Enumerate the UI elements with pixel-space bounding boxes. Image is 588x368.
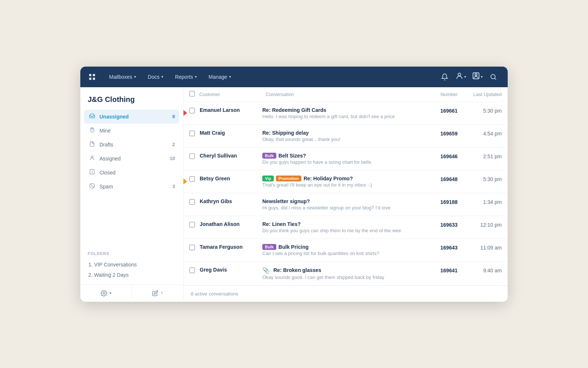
conv-updated: 5:30 pm	[458, 108, 502, 114]
customer-name: Greg Davis	[200, 267, 262, 273]
conv-subject: Re: Linen Ties?	[262, 221, 421, 227]
conv-updated: 9:40 am	[458, 268, 502, 273]
nav-docs[interactable]: Docs ▾	[143, 71, 168, 83]
table-row[interactable]: Greg Davis 📎 Re: Broken glasses Okay sou…	[183, 262, 508, 286]
assigned-label: Assigned	[99, 156, 121, 162]
sidebar-title: J&G Clothing	[80, 87, 183, 108]
top-nav: Mailboxes ▾ Docs ▾ Reports ▾ Manage ▾	[80, 67, 508, 87]
conv-number: 169661	[421, 108, 458, 114]
conv-updated: 11:09 am	[458, 245, 502, 251]
conv-updated: 1:34 pm	[458, 199, 502, 205]
search-button[interactable]	[486, 70, 500, 84]
conv-preview: Okay, that sounds great... thank you!	[262, 137, 421, 142]
row-checkbox-3[interactable]	[189, 153, 200, 160]
conv-subject: Newsletter signup?	[262, 198, 421, 204]
sidebar-item-spam[interactable]: Spam 3	[84, 180, 179, 194]
conv-updated: 4:54 pm	[458, 131, 502, 137]
assigned-badge: 10	[170, 156, 175, 161]
table-row[interactable]: Tamara Ferguson Bulk Bulk Pricing Can I …	[183, 239, 508, 262]
sidebar-item-assigned[interactable]: Assigned 10	[84, 152, 179, 166]
customer-name: Matt Craig	[200, 130, 262, 136]
table-row[interactable]: Emanuel Larson Re: Redeeming Gift Cards …	[183, 102, 508, 125]
conv-updated: 5:30 pm	[458, 176, 502, 182]
conv-body: Re: Shipping delay Okay, that sounds gre…	[262, 130, 421, 142]
sidebar-item-closed[interactable]: Closed	[84, 166, 179, 180]
folders-title: FOLDERS	[88, 251, 176, 256]
unassigned-label: Unassigned	[99, 114, 129, 120]
table-row[interactable]: Kathryn Gibs Newsletter signup? Hi guys,…	[183, 193, 508, 216]
conv-body: Vip Promotion Re: Holiday Promo? That's …	[262, 176, 421, 188]
row-checkbox-6[interactable]	[189, 222, 200, 229]
sidebar-nav: Unassigned 8 Mine	[80, 108, 183, 247]
conv-number: 169648	[421, 176, 458, 182]
sidebar-item-mine[interactable]: Mine	[84, 124, 179, 138]
row-checkbox-4[interactable]	[189, 176, 200, 183]
user-avatar-icon	[472, 72, 480, 82]
conv-list-header: Customer Conversation Number Last Update…	[183, 87, 508, 102]
row-checkbox-1[interactable]	[189, 108, 200, 115]
conv-number: 169659	[421, 131, 458, 137]
folder-waiting[interactable]: 2. Waiting 2 Days	[88, 270, 176, 280]
row-checkbox-2[interactable]	[189, 131, 200, 138]
nav-actions: ▾ ▾	[438, 70, 500, 84]
conv-preview: Do you think you guys can ship them to m…	[262, 228, 421, 233]
folder-vip[interactable]: 1. VIP Conversations	[88, 259, 176, 270]
sidebar-footer: ▾ +	[80, 284, 183, 302]
settings-button[interactable]: ▾	[80, 285, 132, 302]
row-checkbox-7[interactable]	[189, 245, 200, 252]
nav-reports[interactable]: Reports ▾	[170, 71, 202, 83]
drafts-badge: 2	[172, 142, 175, 147]
svg-point-3	[491, 74, 495, 79]
row-checkbox-5[interactable]	[189, 199, 200, 206]
team-avatar-button[interactable]: ▾	[453, 70, 468, 83]
unassigned-badge: 8	[172, 114, 175, 119]
compose-button[interactable]: +	[132, 285, 183, 302]
spam-label: Spam	[99, 184, 113, 190]
user-avatar-button[interactable]: ▾	[470, 70, 485, 83]
team-avatar-icon	[455, 72, 463, 82]
team-chevron-icon: ▾	[464, 75, 466, 79]
nav-logo[interactable]	[88, 72, 97, 81]
customer-name: Emanuel Larson	[200, 107, 262, 113]
select-all-checkbox[interactable]	[189, 91, 195, 98]
table-row[interactable]: Cheryl Sullivan Bulk Belt Sizes? Do you …	[183, 148, 508, 170]
conv-body: Re: Linen Ties? Do you think you guys ca…	[262, 221, 421, 233]
folders-section: FOLDERS 1. VIP Conversations 2. Waiting …	[80, 247, 183, 284]
flag-yellow-icon	[183, 178, 187, 184]
hand-icon	[88, 127, 96, 134]
conv-updated: 12:10 pm	[458, 222, 502, 228]
conv-subject: Bulk Belt Sizes?	[262, 153, 421, 159]
row-checkbox-8[interactable]	[189, 268, 200, 275]
notifications-button[interactable]	[438, 70, 452, 84]
conv-subject: Bulk Bulk Pricing	[262, 244, 421, 250]
conv-number: 169641	[421, 268, 458, 273]
svg-point-9	[103, 292, 105, 294]
promotion-tag: Promotion	[276, 176, 301, 181]
user-chevron-icon: ▾	[481, 75, 483, 79]
table-row[interactable]: Betsy Green Vip Promotion Re: Holiday Pr…	[183, 170, 508, 193]
col-updated-header: Last Updated	[458, 92, 502, 97]
flag-red-icon	[183, 110, 187, 116]
reports-chevron-icon: ▾	[195, 75, 197, 79]
conv-body: Bulk Bulk Pricing Can I see a pricing li…	[262, 244, 421, 256]
conv-subject: 📎 Re: Broken glasses	[262, 267, 421, 274]
customer-name: Jonathan Alison	[200, 221, 262, 227]
conv-preview: Can I see a pricing list for bulk quanti…	[262, 251, 421, 256]
app-window: Mailboxes ▾ Docs ▾ Reports ▾ Manage ▾	[80, 67, 508, 302]
nav-mailboxes[interactable]: Mailboxes ▾	[104, 71, 141, 83]
inbox-icon	[88, 113, 96, 120]
conv-updated: 2:51 pm	[458, 153, 502, 159]
sidebar-item-unassigned[interactable]: Unassigned 8	[84, 110, 179, 124]
table-row[interactable]: Matt Craig Re: Shipping delay Okay, that…	[183, 125, 508, 148]
conv-body: 📎 Re: Broken glasses Okay sounds good. I…	[262, 267, 421, 280]
svg-line-8	[90, 184, 94, 187]
conv-subject: Vip Promotion Re: Holiday Promo?	[262, 176, 421, 181]
mine-label: Mine	[99, 128, 111, 134]
table-row[interactable]: Jonathan Alison Re: Linen Ties? Do you t…	[183, 216, 508, 239]
nav-manage[interactable]: Manage ▾	[203, 71, 236, 83]
sidebar-item-drafts[interactable]: Drafts 2	[84, 138, 179, 152]
person-icon	[88, 155, 96, 162]
bulk-tag: Bulk	[262, 244, 276, 250]
conv-footer: 8 active conversations	[183, 286, 508, 302]
conv-preview: Do you guys happen to have a sizing char…	[262, 159, 421, 165]
